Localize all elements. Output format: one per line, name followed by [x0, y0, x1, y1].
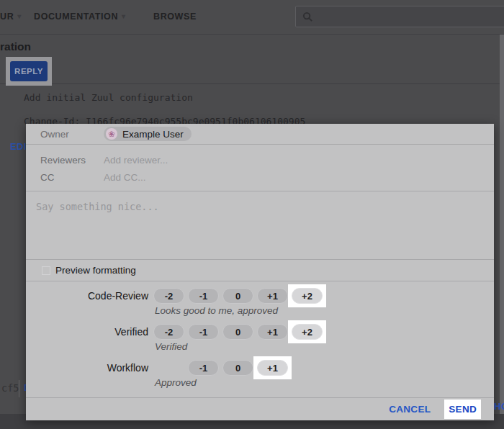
highlight-box: +1 [253, 356, 292, 379]
preview-formatting-checkbox[interactable] [42, 266, 50, 275]
scrollbar[interactable] [500, 35, 504, 414]
chevron-down-icon: ▾ [17, 12, 22, 20]
vote-button-selected[interactable]: +2 [292, 288, 323, 304]
vote-button[interactable]: 0 [222, 288, 253, 304]
dialog-actions: CANCEL SEND [26, 397, 494, 420]
highlight-box: REPLY [6, 57, 52, 86]
nav-item-label: DOCUMENTATION [34, 12, 118, 22]
cancel-button[interactable]: CANCEL [389, 404, 431, 415]
cc-row: CC Add CC... [26, 168, 494, 186]
preview-row: Preview formatting [26, 259, 494, 281]
vote-button-selected[interactable]: +2 [292, 324, 323, 340]
score-description: Verified [153, 341, 326, 352]
nav-item-browse[interactable]: BROWSE [153, 12, 197, 22]
vote-button[interactable]: -1 [188, 360, 219, 376]
reply-dialog: Owner ❀ Example User Reviewers Add revie… [26, 124, 494, 420]
vote-button[interactable]: 0 [222, 324, 253, 340]
owner-row: Owner ❀ Example User [26, 124, 494, 144]
owner-chip[interactable]: ❀ Example User [104, 127, 192, 141]
owner-name: Example User [122, 129, 184, 140]
vote-button[interactable]: -2 [153, 288, 184, 304]
owner-label: Owner [26, 129, 104, 140]
vote-button[interactable]: -1 [188, 288, 219, 304]
chevron-down-icon: ▾ [122, 12, 126, 20]
score-description: Approved [153, 377, 326, 388]
commit-message: Add initial Zuul configuration [24, 92, 193, 103]
score-row-verified: Verified -2 -1 0 +1 +2 [26, 324, 494, 340]
commit-sha-partial: cf5 [1, 382, 19, 394]
reviewers-row: Reviewers Add reviewer... [26, 151, 494, 168]
search-icon [302, 12, 313, 22]
score-row-workflow: Workflow -1 0 +1 [26, 360, 494, 376]
highlight-box: +2 [288, 284, 326, 307]
reply-button[interactable]: REPLY [10, 61, 48, 81]
comment-placeholder: Say something nice... [36, 201, 159, 212]
preview-formatting-label: Preview formatting [55, 265, 136, 276]
reviewers-label: Reviewers [26, 155, 104, 166]
highlight-box: SEND [444, 399, 481, 419]
divider [0, 83, 504, 84]
cc-label: CC [26, 172, 104, 183]
vote-button[interactable]: +1 [257, 324, 288, 340]
top-nav: UR ▾ DOCUMENTATION ▾ BROWSE [0, 0, 504, 35]
comment-textarea[interactable]: Say something nice... [26, 191, 494, 259]
vote-button-selected[interactable]: +1 [257, 360, 288, 376]
score-label: Workflow [107, 362, 153, 374]
nav-item-label: UR [0, 12, 14, 22]
send-button[interactable]: SEND [449, 404, 477, 415]
search-input[interactable] [318, 6, 504, 27]
score-description: Looks good to me, approved [153, 305, 326, 316]
score-row-code-review: Code-Review -2 -1 0 +1 +2 [26, 288, 494, 304]
add-cc-input[interactable]: Add CC... [104, 172, 146, 183]
right-edge-link-partial[interactable]: HO [494, 401, 504, 412]
search-box[interactable] [295, 6, 504, 27]
vote-button[interactable]: -1 [188, 324, 219, 340]
voting-section: Code-Review -2 -1 0 +1 +2 Looks good to … [26, 281, 494, 397]
add-reviewer-input[interactable]: Add reviewer... [104, 155, 168, 166]
score-desc-row: Approved [26, 376, 494, 396]
nav-item-partial[interactable]: UR ▾ [0, 12, 22, 22]
nav-item-label: BROWSE [153, 12, 197, 22]
vote-button[interactable]: 0 [222, 360, 253, 376]
people-section: Reviewers Add reviewer... CC Add CC... [26, 144, 494, 191]
score-desc-row: Looks good to me, approved [26, 304, 494, 324]
nav-item-documentation[interactable]: DOCUMENTATION ▾ [34, 12, 126, 22]
vote-button[interactable]: +1 [257, 288, 288, 304]
score-label: Verified [114, 326, 153, 338]
divider [19, 380, 19, 397]
avatar: ❀ [106, 128, 117, 140]
vote-button[interactable]: -2 [153, 324, 184, 340]
page-title: ration [0, 40, 31, 53]
score-label: Code-Review [88, 290, 153, 302]
highlight-box: +2 [288, 320, 326, 343]
